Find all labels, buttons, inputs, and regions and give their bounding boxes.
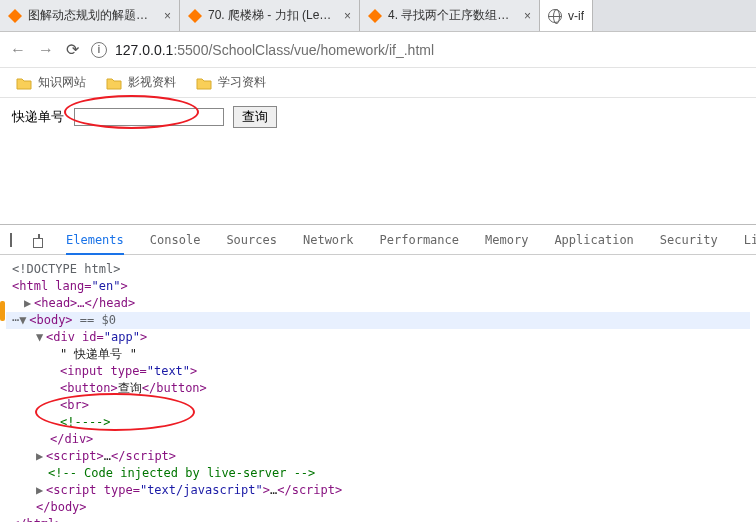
close-icon[interactable]: × — [164, 9, 171, 23]
folder-icon — [106, 76, 122, 90]
dom-line[interactable]: </body> — [6, 499, 750, 516]
devtools-tab-security[interactable]: Security — [660, 233, 718, 247]
bookmark-label: 学习资料 — [218, 74, 266, 91]
devtools-tab-performance[interactable]: Performance — [380, 233, 459, 247]
close-icon[interactable]: × — [344, 9, 351, 23]
dom-line[interactable]: </html> — [6, 516, 750, 522]
bookmark-item[interactable]: 影视资料 — [106, 74, 176, 91]
close-icon[interactable]: × — [524, 9, 531, 23]
dom-line[interactable]: ▼<div id="app"> — [6, 329, 750, 346]
tab-title: 4. 寻找两个正序数组的中位数 - — [388, 7, 518, 24]
tab-title: v-if — [568, 9, 584, 23]
bookmarks-bar: 知识网站 影视资料 学习资料 — [0, 68, 756, 98]
dom-line[interactable]: <br> — [6, 397, 750, 414]
browser-tab-active[interactable]: v-if — [540, 0, 593, 31]
forward-button[interactable]: → — [38, 41, 54, 59]
dom-doctype: <!DOCTYPE html> — [12, 262, 120, 276]
browser-tab[interactable]: 70. 爬楼梯 - 力扣 (LeetCode) × — [180, 0, 360, 31]
express-input[interactable] — [74, 108, 224, 126]
query-button[interactable]: 查询 — [233, 106, 277, 128]
dom-line[interactable]: ▶<head>…</head> — [6, 295, 750, 312]
bookmark-label: 知识网站 — [38, 74, 86, 91]
devtools-tab-console[interactable]: Console — [150, 233, 201, 247]
dom-line[interactable]: " 快递单号 " — [6, 346, 750, 363]
url-field[interactable]: i 127.0.0.1:5500/SchoolClass/vue/homewor… — [91, 42, 434, 58]
browser-tab[interactable]: 4. 寻找两个正序数组的中位数 - × — [360, 0, 540, 31]
tab-title: 图解动态规划的解题四步骤 (C+ — [28, 7, 158, 24]
dom-line[interactable]: </div> — [6, 431, 750, 448]
url-host: 127.0.0.1 — [115, 42, 173, 58]
devtools-tab-memory[interactable]: Memory — [485, 233, 528, 247]
devtools-panel: Elements Console Sources Network Perform… — [0, 224, 756, 522]
dom-line[interactable]: ▶<script>…</script> — [6, 448, 750, 465]
reload-button[interactable]: ⟳ — [66, 40, 79, 59]
url-path: :5500/SchoolClass/vue/homework/if_.html — [173, 42, 434, 58]
folder-icon — [16, 76, 32, 90]
back-button[interactable]: ← — [10, 41, 26, 59]
dom-line[interactable]: ▶<script type="text/javascript">…</scrip… — [6, 482, 750, 499]
dom-line[interactable]: <!-- Code injected by live-server --> — [6, 465, 750, 482]
folder-icon — [196, 76, 212, 90]
favicon-icon — [188, 9, 202, 23]
bookmark-item[interactable]: 知识网站 — [16, 74, 86, 91]
dom-line[interactable]: <!----> — [6, 414, 750, 431]
page-viewport: 快递单号 查询 — [0, 98, 756, 224]
browser-tabs-bar: 图解动态规划的解题四步骤 (C+ × 70. 爬楼梯 - 力扣 (LeetCod… — [0, 0, 756, 32]
address-bar: ← → ⟳ i 127.0.0.1:5500/SchoolClass/vue/h… — [0, 32, 756, 68]
inspect-icon[interactable] — [10, 233, 12, 247]
favicon-icon — [8, 9, 22, 23]
devtools-tab-elements[interactable]: Elements — [66, 233, 124, 247]
devtools-tab-application[interactable]: Application — [554, 233, 633, 247]
tab-title: 70. 爬楼梯 - 力扣 (LeetCode) — [208, 7, 338, 24]
devtools-tabs: Elements Console Sources Network Perform… — [0, 225, 756, 255]
dom-line[interactable]: <button>查询</button> — [6, 380, 750, 397]
globe-icon — [548, 9, 562, 23]
dom-tree[interactable]: <!DOCTYPE html> <html lang="en"> ▶<head>… — [0, 255, 756, 522]
browser-tab[interactable]: 图解动态规划的解题四步骤 (C+ × — [0, 0, 180, 31]
info-icon[interactable]: i — [91, 42, 107, 58]
devtools-tab-lighthouse[interactable]: Lighthouse — [744, 233, 756, 247]
app-content: 快递单号 查询 — [0, 98, 756, 136]
devtools-tab-network[interactable]: Network — [303, 233, 354, 247]
device-toolbar-icon[interactable] — [38, 234, 40, 246]
dom-line[interactable]: <html lang="en"> — [6, 278, 750, 295]
dom-line[interactable]: <input type="text"> — [6, 363, 750, 380]
favicon-icon — [368, 9, 382, 23]
devtools-tab-sources[interactable]: Sources — [226, 233, 277, 247]
bookmark-label: 影视资料 — [128, 74, 176, 91]
express-label: 快递单号 — [12, 109, 64, 124]
dom-line-selected[interactable]: ⋯▼<body> == $0 — [6, 312, 750, 329]
bookmark-item[interactable]: 学习资料 — [196, 74, 266, 91]
gutter-marker — [0, 301, 5, 321]
